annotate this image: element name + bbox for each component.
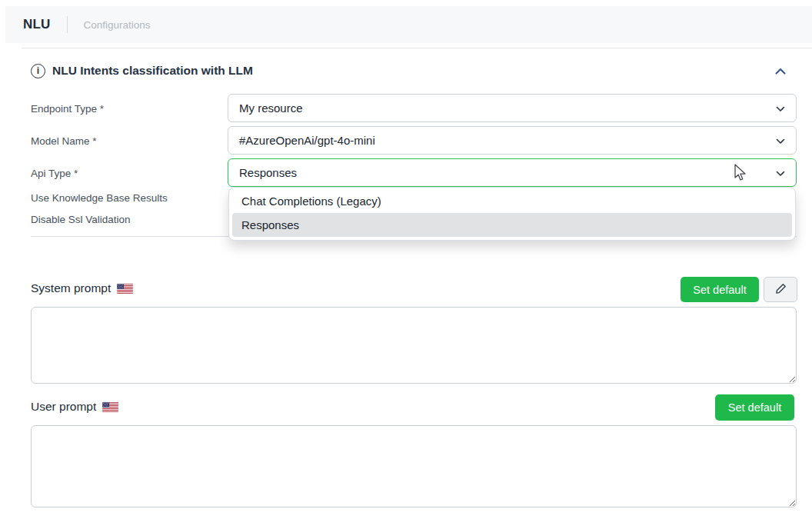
nlu-configurations-page: NLU Configurations i NLU Intents classif… — [0, 0, 812, 529]
user-prompt-textarea[interactable] — [31, 425, 797, 507]
header-divider — [67, 16, 68, 33]
model-name-value: #AzureOpenAi/gpt-4o-mini — [239, 134, 375, 147]
system-prompt-label-row: System prompt — [31, 281, 133, 295]
panel-header: i NLU Intents classification with LLM — [31, 61, 798, 81]
api-type-value: Responses — [239, 166, 297, 179]
info-icon-glyph: i — [37, 65, 39, 76]
top-bar: NLU Configurations — [5, 6, 812, 43]
api-type-select[interactable]: Responses — [228, 158, 797, 187]
endpoint-type-select[interactable]: My resource — [228, 94, 797, 122]
endpoint-type-value: My resource — [239, 101, 303, 115]
user-prompt-label: User prompt — [31, 400, 96, 414]
chevron-down-icon — [776, 101, 785, 115]
dropdown-option-chat-completions[interactable]: Chat Completions (Legacy) — [229, 189, 795, 213]
dropdown-option-responses[interactable]: Responses — [232, 213, 792, 237]
system-prompt-textarea[interactable] — [31, 307, 797, 384]
chevron-down-icon — [776, 166, 785, 179]
model-name-select[interactable]: #AzureOpenAi/gpt-4o-mini — [228, 126, 797, 155]
pencil-icon — [776, 284, 786, 296]
us-flag-icon — [102, 402, 118, 412]
system-prompt-set-default-button[interactable]: Set default — [681, 277, 759, 302]
panel-top-border — [22, 48, 812, 48]
system-prompt-edit-button[interactable] — [764, 277, 797, 302]
panel-title: NLU Intents classification with LLM — [52, 64, 253, 78]
chevron-down-icon — [776, 134, 785, 147]
info-icon[interactable]: i — [31, 64, 45, 78]
use-knowledge-base-label: Use Knowledge Base Results — [31, 192, 168, 204]
api-type-dropdown-menu: Chat Completions (Legacy) Responses — [228, 187, 796, 241]
chevron-up-icon[interactable] — [772, 62, 789, 79]
breadcrumb[interactable]: Configurations — [84, 19, 151, 31]
endpoint-type-label: Endpoint Type * — [31, 103, 104, 115]
user-prompt-set-default-button[interactable]: Set default — [715, 394, 794, 421]
model-name-label: Model Name * — [31, 135, 97, 147]
system-prompt-label: System prompt — [31, 281, 111, 295]
disable-ssl-label: Disable Ssl Validation — [31, 214, 131, 225]
user-prompt-label-row: User prompt — [31, 400, 118, 414]
page-title: NLU — [23, 17, 51, 32]
us-flag-icon — [117, 284, 133, 294]
api-type-label: Api Type * — [31, 168, 78, 179]
